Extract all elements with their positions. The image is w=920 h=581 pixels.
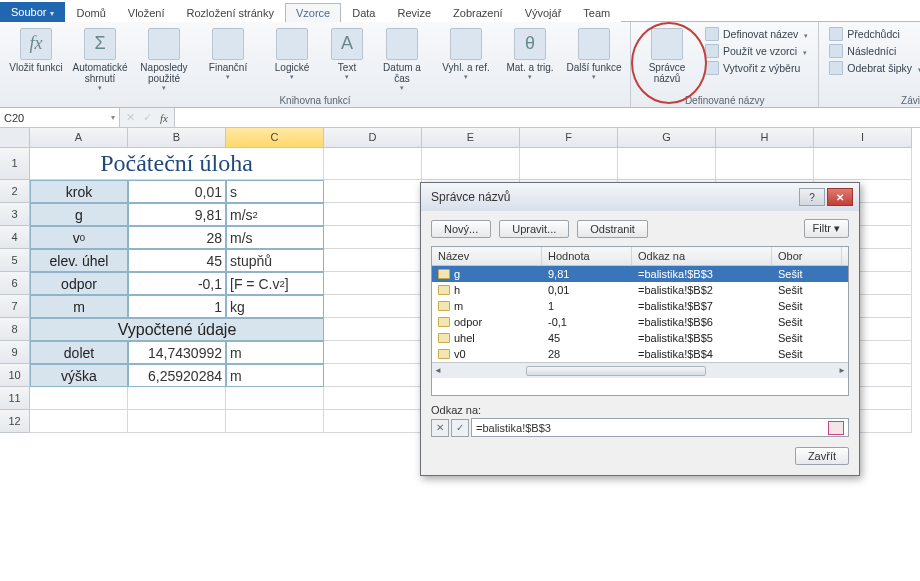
cell[interactable]: 45 [128,249,226,272]
cell[interactable]: g [30,203,128,226]
more-fn-button[interactable]: Další funkce [564,26,624,83]
new-name-button[interactable]: Nový... [431,220,491,238]
tab-formulas[interactable]: Vzorce [285,3,341,22]
cell[interactable]: 0,01 [128,180,226,203]
col-header-B[interactable]: B [128,128,226,148]
cell[interactable] [30,387,128,410]
insert-function-button[interactable]: fx Vložit funkci [6,26,66,75]
row-header-12[interactable]: 12 [0,410,30,433]
lookup-button[interactable]: Vyhl. a ref. [436,26,496,83]
row-header-3[interactable]: 3 [0,203,30,226]
col-header-H[interactable]: H [716,128,814,148]
col-header-I[interactable]: I [814,128,912,148]
col-value[interactable]: Hodnota [542,247,632,265]
cell[interactable]: 28 [128,226,226,249]
tab-developer[interactable]: Vývojář [514,3,573,22]
logical-button[interactable]: Logické [262,26,322,83]
name-box[interactable]: C20 [0,108,120,127]
delete-name-button[interactable]: Odstranit [577,220,648,238]
autosum-button[interactable]: Σ Automatické shrnutí [70,26,130,94]
cell[interactable] [324,295,422,318]
edit-name-button[interactable]: Upravit... [499,220,569,238]
text-fn-button[interactable]: A Text [326,26,368,83]
cell[interactable] [324,272,422,295]
col-header-G[interactable]: G [618,128,716,148]
name-row[interactable]: m1=balistika!$B$7Sešit [432,298,848,314]
cancel-icon[interactable]: ✕ [126,111,135,124]
cell[interactable]: m/s2 [226,203,324,226]
tab-review[interactable]: Revize [386,3,442,22]
cell[interactable] [324,249,422,272]
col-header-F[interactable]: F [520,128,618,148]
financial-button[interactable]: Finanční [198,26,258,83]
cell[interactable] [324,410,422,433]
ref-accept-button[interactable]: ✓ [451,419,469,437]
cell[interactable] [324,148,422,180]
names-table[interactable]: Název Hodnota Odkaz na Obor g9,81=balist… [431,246,849,396]
tab-file[interactable]: Soubor [0,2,65,22]
col-name[interactable]: Název [432,247,542,265]
datetime-button[interactable]: Datum a čas [372,26,432,94]
name-row[interactable]: odpor-0,1=balistika!$B$6Sešit [432,314,848,330]
use-in-formula-button[interactable]: Použít ve vzorci [701,43,812,59]
cell[interactable]: výška [30,364,128,387]
cell[interactable] [716,148,814,180]
cell[interactable] [324,318,422,341]
tab-view[interactable]: Zobrazení [442,3,514,22]
name-row[interactable]: g9,81=balistika!$B$3Sešit [432,266,848,282]
col-header-E[interactable]: E [422,128,520,148]
col-header-D[interactable]: D [324,128,422,148]
recent-fn-button[interactable]: Naposledy použité [134,26,194,94]
ref-cancel-button[interactable]: ✕ [431,419,449,437]
math-button[interactable]: θ Mat. a trig. [500,26,560,83]
tab-data[interactable]: Data [341,3,386,22]
cell[interactable] [324,180,422,203]
enter-icon[interactable]: ✓ [143,111,152,124]
row-header-6[interactable]: 6 [0,272,30,295]
row-header-7[interactable]: 7 [0,295,30,318]
cell[interactable]: v0 [30,226,128,249]
dialog-close-button[interactable]: Zavřít [795,447,849,465]
cell[interactable]: Vypočtené údaje [30,318,324,341]
row-header-10[interactable]: 10 [0,364,30,387]
name-row[interactable]: h0,01=balistika!$B$2Sešit [432,282,848,298]
row-header-9[interactable]: 9 [0,341,30,364]
cell[interactable] [128,410,226,433]
cell[interactable]: krok [30,180,128,203]
cell[interactable] [324,226,422,249]
cell[interactable]: dolet [30,341,128,364]
horizontal-scrollbar[interactable] [432,362,848,378]
cell[interactable]: 6,25920284 [128,364,226,387]
close-button[interactable]: ✕ [827,188,853,206]
row-header-11[interactable]: 11 [0,387,30,410]
define-name-button[interactable]: Definovat název [701,26,812,42]
row-header-4[interactable]: 4 [0,226,30,249]
name-row[interactable]: v028=balistika!$B$4Sešit [432,346,848,362]
col-scope[interactable]: Obor [772,247,842,265]
cell[interactable]: odpor [30,272,128,295]
fx-icon[interactable]: fx [160,112,168,124]
cell[interactable]: Počáteční úloha [30,148,324,180]
cell[interactable]: 9,81 [128,203,226,226]
cell[interactable] [324,364,422,387]
range-picker-icon[interactable] [828,421,844,435]
tab-team[interactable]: Team [572,3,621,22]
cell[interactable] [226,410,324,433]
cell[interactable] [618,148,716,180]
cell[interactable]: [F = C.v2] [226,272,324,295]
cell[interactable] [226,387,324,410]
name-row[interactable]: uhel45=balistika!$B$5Sešit [432,330,848,346]
col-ref[interactable]: Odkaz na [632,247,772,265]
cell[interactable]: m/s [226,226,324,249]
filter-button[interactable]: Filtr ▾ [804,219,849,238]
refersto-input[interactable]: =balistika!$B$3 [471,418,849,437]
select-all-corner[interactable] [0,128,30,148]
cell[interactable]: elev. úhel [30,249,128,272]
dialog-titlebar[interactable]: Správce názvů ? ✕ [421,183,859,211]
col-header-A[interactable]: A [30,128,128,148]
cell[interactable]: 14,7430992 [128,341,226,364]
cell[interactable]: stupňů [226,249,324,272]
cell[interactable] [324,341,422,364]
cell[interactable]: 1 [128,295,226,318]
row-header-8[interactable]: 8 [0,318,30,341]
